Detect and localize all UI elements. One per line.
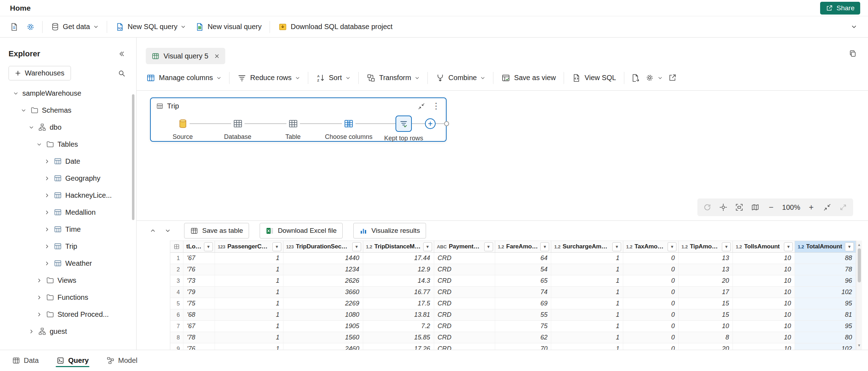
filter-dropdown-button[interactable]: ▾ — [784, 242, 793, 251]
manage-columns-button[interactable]: Manage columns — [142, 69, 226, 86]
filter-dropdown-button[interactable]: ▾ — [204, 242, 213, 251]
minimap-button[interactable] — [747, 199, 763, 215]
table-row[interactable]: 4'791366016.77CRD74101710102 — [170, 287, 856, 298]
view-sql-button[interactable]: View SQL — [567, 69, 621, 86]
open-script-button[interactable] — [627, 70, 643, 86]
tab-visual-query-5[interactable]: Visual query 5 — [146, 48, 225, 64]
chevron-right-icon[interactable] — [43, 193, 50, 198]
zoom-in-button[interactable]: + — [803, 199, 819, 215]
search-button[interactable] — [115, 67, 128, 80]
tree-item-trip[interactable]: Trip — [0, 238, 136, 255]
table-row[interactable]: 3'731262614.3CRD6510201096 — [170, 275, 856, 287]
chevron-right-icon[interactable] — [43, 159, 50, 164]
column-header-tlong[interactable]: tLong▾ — [183, 241, 215, 252]
column-header-surchargeamount[interactable]: 1.2SurchargeAmount▾ — [551, 241, 623, 252]
chevron-right-icon[interactable] — [35, 312, 43, 317]
filter-dropdown-button[interactable]: ▾ — [540, 242, 549, 251]
table-row[interactable]: 8'781156015.85CRD621081080 — [170, 332, 856, 343]
center-canvas-button[interactable] — [715, 199, 731, 215]
chevron-right-icon[interactable] — [35, 295, 43, 300]
step-kept-top-rows[interactable]: Kept top rows — [384, 116, 423, 142]
close-icon[interactable] — [214, 54, 220, 59]
table-row[interactable]: 1'671144017.44CRD6410131088 — [170, 253, 856, 264]
expand-results-button[interactable] — [162, 225, 173, 236]
collapse-canvas-button[interactable] — [819, 199, 835, 215]
download-sql-project-button[interactable]: Download SQL database project — [274, 19, 397, 35]
step-choose-columns[interactable]: Choose columns — [325, 117, 372, 141]
tree-item-date[interactable]: Date — [0, 153, 136, 170]
tree-item-guest[interactable]: guest — [0, 323, 136, 340]
connection-endpoint[interactable] — [444, 121, 449, 126]
filter-dropdown-button[interactable]: ▾ — [423, 242, 432, 251]
chevron-down-icon[interactable] — [20, 108, 27, 113]
column-header-tollsamount[interactable]: 1.2TollsAmount▾ — [733, 241, 795, 252]
query-node-trip[interactable]: Trip ⋮ Source — [150, 97, 447, 142]
more-options-icon[interactable]: ⋮ — [431, 102, 442, 110]
filter-dropdown-button[interactable]: ▾ — [484, 242, 493, 251]
tree-item-views[interactable]: Views — [0, 272, 136, 289]
table-row[interactable]: 5'751226917.5CRD6910151095 — [170, 298, 856, 309]
filter-dropdown-button[interactable]: ▾ — [668, 242, 676, 251]
add-warehouses-button[interactable]: Warehouses — [9, 66, 71, 80]
save-as-table-button[interactable]: Save as table — [184, 223, 249, 238]
table-row[interactable]: 6'681108013.81CRD5510151081 — [170, 309, 856, 321]
get-data-button[interactable]: Get data — [46, 19, 103, 35]
filter-dropdown-button[interactable]: ▾ — [722, 242, 731, 251]
expand-canvas-button[interactable] — [835, 199, 851, 215]
new-script-button[interactable] — [6, 19, 22, 35]
tab-query[interactable]: Query — [56, 351, 89, 370]
table-row[interactable]: 9'761246017.26CRD70102010102 — [170, 343, 856, 350]
fit-to-screen-button[interactable] — [731, 199, 747, 215]
explorer-scrollbar[interactable] — [132, 94, 134, 220]
tab-model[interactable]: Model — [106, 351, 138, 370]
tree-item-samplewarehouse[interactable]: sampleWarehouse — [0, 85, 136, 102]
download-excel-button[interactable]: Download Excel file — [260, 223, 343, 238]
sort-button[interactable]: AZ Sort — [311, 69, 355, 86]
tree-item-functions[interactable]: Functions — [0, 289, 136, 306]
filter-dropdown-button[interactable]: ▾ — [612, 242, 621, 251]
step-source[interactable]: Source — [172, 117, 193, 141]
filter-dropdown-button[interactable]: ▾ — [352, 242, 361, 251]
chevron-right-icon[interactable] — [43, 261, 50, 266]
save-as-view-button[interactable]: Save as view — [497, 69, 560, 86]
scroll-down-arrow[interactable]: ▼ — [856, 341, 862, 349]
home-tab[interactable]: Home — [8, 4, 33, 12]
collapse-results-button[interactable] — [147, 225, 159, 236]
tree-item-weather[interactable]: Weather — [0, 255, 136, 272]
filter-dropdown-button[interactable]: ▾ — [272, 242, 281, 251]
settings-button[interactable] — [23, 19, 38, 35]
table-row[interactable]: 7'67119057.2CRD7510101095 — [170, 321, 856, 332]
chevron-down-icon[interactable] — [28, 125, 35, 130]
tree-item-stored-proced[interactable]: Stored Proced... — [0, 306, 136, 323]
undo-button[interactable] — [700, 199, 715, 215]
copy-button[interactable] — [846, 47, 859, 60]
tree-item-time[interactable]: Time — [0, 221, 136, 238]
filter-dropdown-button[interactable]: ▾ — [845, 242, 854, 251]
column-header-fareamount[interactable]: 1.2FareAmount▾ — [495, 241, 552, 252]
step-table[interactable]: Table — [285, 117, 300, 141]
tree-item-medallion[interactable]: Medallion — [0, 204, 136, 221]
collapse-node-icon[interactable] — [418, 103, 425, 110]
collapse-panel-button[interactable] — [115, 47, 128, 61]
tree-item-schemas[interactable]: Schemas — [0, 102, 136, 119]
table-row[interactable]: 2'761123412.9CRD5410131078 — [170, 264, 856, 275]
ribbon-collapse-button[interactable] — [846, 19, 862, 35]
open-in-new-window-button[interactable] — [665, 70, 680, 86]
share-button[interactable]: Share — [820, 2, 860, 15]
visualize-results-button[interactable]: Visualize results — [353, 223, 426, 238]
column-header-taxamount[interactable]: 1.2TaxAmount▾ — [623, 241, 679, 252]
chevron-right-icon[interactable] — [28, 329, 35, 334]
new-visual-query-button[interactable]: New visual query — [191, 19, 266, 35]
chevron-right-icon[interactable] — [43, 227, 50, 232]
grid-scrollbar[interactable]: ▲ ▼ — [856, 241, 862, 350]
tree-item-dbo[interactable]: dbo — [0, 119, 136, 136]
step-database[interactable]: Database — [224, 117, 251, 141]
column-header-totalamount[interactable]: 1.2TotalAmount▾ — [795, 241, 856, 252]
column-header-tipamount[interactable]: 1.2TipAmount▾ — [679, 241, 733, 252]
scrollbar-thumb[interactable] — [858, 248, 861, 282]
reduce-rows-button[interactable]: Reduce rows — [233, 69, 305, 86]
query-settings-button[interactable] — [643, 69, 665, 86]
combine-button[interactable]: Combine — [431, 69, 490, 86]
add-step-button[interactable]: + — [425, 118, 436, 129]
chevron-right-icon[interactable] — [43, 244, 50, 249]
